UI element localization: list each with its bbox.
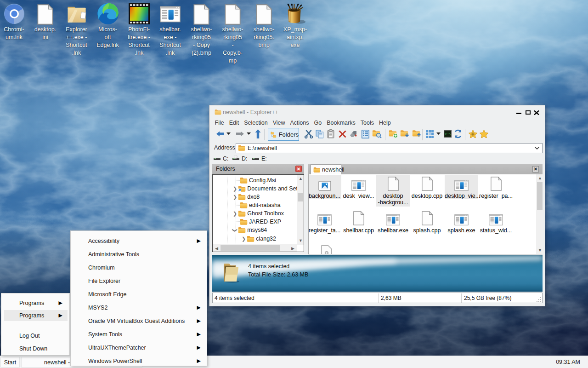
svg-text:C:\: C:\ <box>445 132 451 136</box>
